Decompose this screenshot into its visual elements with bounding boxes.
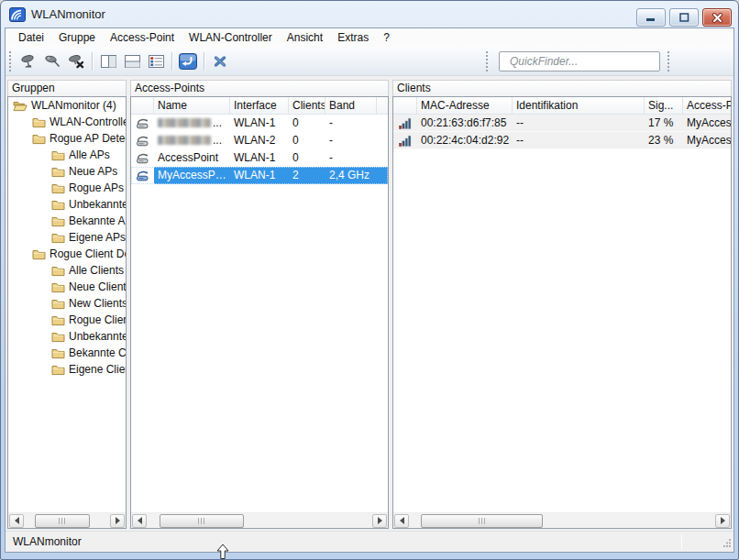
toolbar-grip[interactable] bbox=[667, 51, 672, 71]
ap-clients-cell: 0 bbox=[289, 115, 325, 132]
access-points-panel: Access-Points NameInterfaceClientsBand .… bbox=[130, 80, 389, 529]
tree-item-bekannte-clients[interactable]: Bekannte Clients bbox=[8, 345, 126, 361]
tree-item-rogue-client-detection[interactable]: Rogue Client Detection bbox=[8, 246, 126, 262]
access-point-row[interactable]: MyAccessPointWLAN-122,4 GHz bbox=[131, 167, 388, 184]
tree-item-rogue-ap-detection[interactable]: Rogue AP Detection bbox=[8, 130, 126, 147]
access-point-row[interactable]: AccessPointWLAN-10- bbox=[131, 149, 388, 167]
folder-icon bbox=[51, 347, 65, 359]
tree-item-rogue-clients[interactable]: Rogue Clients bbox=[8, 312, 126, 328]
title-bar[interactable]: WLANmonitor bbox=[1, 1, 738, 27]
scroll-left-button[interactable] bbox=[9, 514, 24, 528]
view-split-horizontal-button[interactable] bbox=[120, 49, 144, 73]
ap-interface-cell: WLAN-1 bbox=[230, 167, 289, 184]
client-area: DateiGruppeAccess-PointWLAN-ControllerAn… bbox=[5, 27, 734, 553]
tree-item-eigene-aps[interactable]: Eigene APs bbox=[8, 229, 126, 246]
access-point-row[interactable]: ...WLAN-20- bbox=[131, 132, 388, 149]
ap-clients-cell: 2 bbox=[289, 167, 325, 184]
quickfinder-toolbar-grip[interactable] bbox=[486, 51, 491, 71]
client-access-point-cell: MyAccessPoint bbox=[683, 115, 731, 132]
maximize-button[interactable] bbox=[669, 8, 699, 27]
window-title: WLANmonitor bbox=[31, 7, 105, 21]
access-point-remove-button[interactable] bbox=[64, 49, 88, 73]
column-header-sig[interactable]: Sig... bbox=[645, 97, 683, 114]
scroll-right-button[interactable] bbox=[715, 514, 730, 528]
access-point-icon bbox=[131, 167, 154, 184]
folder-icon bbox=[51, 265, 65, 277]
access-point-icon bbox=[136, 170, 150, 182]
ap-clients-cell: 0 bbox=[289, 149, 325, 167]
scroll-left-button[interactable] bbox=[394, 514, 409, 528]
folder-icon bbox=[51, 331, 65, 343]
resize-grip[interactable] bbox=[722, 537, 732, 550]
access-point-probe-button[interactable] bbox=[40, 49, 64, 73]
column-header-empty[interactable] bbox=[131, 97, 154, 114]
folder-icon bbox=[51, 281, 65, 293]
tree-item-alle-clients[interactable]: Alle Clients bbox=[8, 262, 126, 279]
scroll-left-button[interactable] bbox=[132, 514, 147, 528]
tree-item-unbekannte-aps[interactable]: Unbekannte APs bbox=[8, 196, 126, 213]
menu-help[interactable]: ? bbox=[376, 28, 397, 47]
toolbar-separator bbox=[92, 52, 93, 71]
access-point-antenna-button[interactable] bbox=[17, 49, 40, 73]
column-header-identifikation[interactable]: Identifikation bbox=[513, 97, 645, 114]
column-header-empty[interactable] bbox=[377, 97, 388, 114]
scrollbar-thumb[interactable] bbox=[421, 514, 543, 528]
minimize-button[interactable] bbox=[636, 8, 666, 27]
close-button[interactable] bbox=[702, 8, 732, 27]
access-point-icon bbox=[131, 149, 154, 167]
column-header-clients[interactable]: Clients bbox=[289, 97, 325, 114]
column-header-empty[interactable] bbox=[393, 97, 417, 114]
tree-item-wlanmonitor-4[interactable]: WLANmonitor (4) bbox=[8, 97, 126, 114]
access-point-row[interactable]: ...WLAN-10- bbox=[131, 115, 388, 132]
access-point-icon bbox=[131, 115, 154, 132]
column-header-mac-adresse[interactable]: MAC-Adresse bbox=[417, 97, 513, 114]
menu-extras[interactable]: Extras bbox=[330, 28, 376, 47]
tree-item-bekannte-aps[interactable]: Bekannte APs bbox=[8, 213, 126, 229]
quickfinder-input[interactable] bbox=[508, 54, 656, 69]
menu-access-point[interactable]: Access-Point bbox=[103, 28, 182, 47]
ap-name-cell: ... bbox=[154, 132, 230, 149]
toolbar-grip[interactable] bbox=[9, 51, 14, 71]
ap-band-cell: - bbox=[325, 149, 377, 167]
folder-icon bbox=[51, 166, 65, 178]
signal-strength-icon bbox=[399, 135, 412, 147]
access-points-horizontal-scrollbar[interactable] bbox=[131, 512, 388, 528]
column-header-access-point[interactable]: Access-Point bbox=[683, 97, 731, 114]
view-split-vertical-button[interactable] bbox=[96, 49, 120, 73]
column-header-name[interactable]: Name bbox=[154, 97, 230, 114]
menu-wlan-controller[interactable]: WLAN-Controller bbox=[182, 28, 280, 47]
disconnect-button[interactable] bbox=[208, 49, 232, 73]
column-header-interface[interactable]: Interface bbox=[230, 97, 289, 114]
client-access-point-cell: MyAccessPoint bbox=[683, 132, 731, 149]
ap-name-cell: MyAccessPoint bbox=[154, 167, 230, 184]
menu-gruppe[interactable]: Gruppe bbox=[51, 28, 103, 47]
scrollbar-thumb[interactable] bbox=[35, 514, 90, 528]
tree-item-neue-clients[interactable]: Neue Clients bbox=[8, 279, 126, 295]
wlan-controller-window-button[interactable] bbox=[176, 49, 200, 73]
quickfinder-box bbox=[499, 51, 660, 71]
ap-band-cell: 2,4 GHz bbox=[325, 167, 377, 184]
tree-item-eigene-clients[interactable]: Eigene Clients bbox=[8, 361, 126, 378]
column-header-band[interactable]: Band bbox=[325, 97, 377, 114]
tree-item-new-clients[interactable]: New Clients bbox=[8, 295, 126, 312]
client-row[interactable]: 00:21:63:d6:f7:85--17 %MyAccessPoint bbox=[393, 115, 731, 132]
gruppen-panel-title: Gruppen bbox=[7, 80, 127, 96]
gruppen-horizontal-scrollbar[interactable] bbox=[8, 512, 126, 528]
view-details-button[interactable] bbox=[144, 49, 168, 73]
maximize-icon bbox=[679, 13, 689, 22]
tree-item-unbekannte-clients[interactable]: Unbekannte Clients bbox=[8, 328, 126, 345]
wlan-controller-window-icon bbox=[179, 53, 197, 70]
scroll-right-button[interactable] bbox=[110, 514, 125, 528]
scrollbar-thumb[interactable] bbox=[160, 514, 244, 528]
clients-horizontal-scrollbar[interactable] bbox=[393, 512, 731, 528]
menu-bar: DateiGruppeAccess-PointWLAN-ControllerAn… bbox=[6, 28, 733, 47]
client-row[interactable]: 00:22:4c:04:d2:92--23 %MyAccessPoint bbox=[393, 132, 731, 149]
scroll-right-button[interactable] bbox=[372, 514, 387, 528]
tree-item-wlan-controller[interactable]: WLAN-Controller bbox=[8, 114, 126, 130]
menu-ansicht[interactable]: Ansicht bbox=[280, 28, 330, 47]
tree-item-rogue-aps[interactable]: Rogue APs bbox=[8, 180, 126, 196]
tree-item-alle-aps[interactable]: Alle APs bbox=[8, 147, 126, 163]
menu-datei[interactable]: Datei bbox=[11, 28, 51, 47]
tree-item-neue-aps[interactable]: Neue APs bbox=[8, 163, 126, 180]
minimize-icon bbox=[645, 13, 656, 22]
